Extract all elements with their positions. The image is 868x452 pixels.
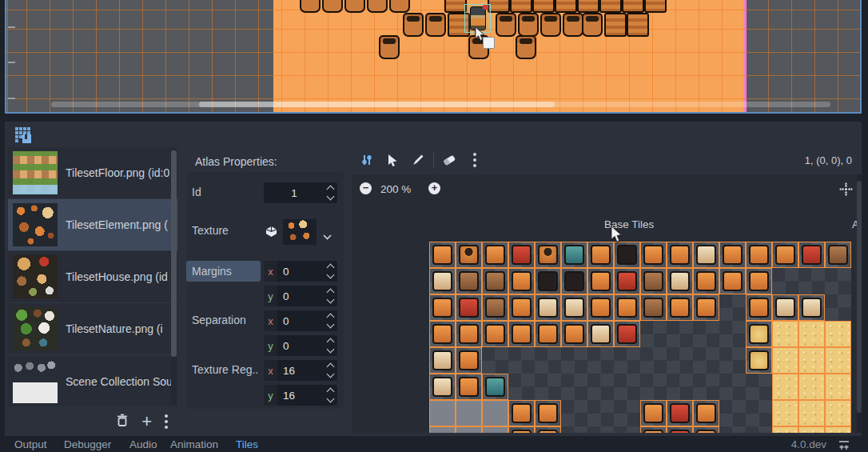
pan-tool-icon[interactable]: [839, 182, 853, 199]
scrollbar-thumb[interactable]: [171, 150, 177, 357]
atlas-tile[interactable]: [798, 294, 825, 321]
scrollbar-thumb[interactable]: [857, 181, 862, 413]
margins-x-field[interactable]: x 0: [264, 261, 337, 282]
spinner-icon[interactable]: [328, 364, 333, 377]
atlas-tile[interactable]: [772, 242, 798, 268]
atlas-tile[interactable]: [614, 321, 640, 347]
atlas-tile[interactable]: [508, 268, 535, 294]
select-tool-button[interactable]: [382, 150, 403, 170]
spinner-icon[interactable]: [328, 186, 333, 199]
atlas-tile[interactable]: [772, 321, 798, 347]
spinner-icon[interactable]: [328, 314, 333, 327]
atlas-tile[interactable]: [798, 347, 825, 374]
atlas-tile[interactable]: [482, 294, 508, 321]
atlas-tile[interactable]: [535, 268, 561, 294]
atlas-tile[interactable]: [798, 242, 825, 268]
separation-y-field[interactable]: y 0: [264, 335, 337, 356]
atlas-tile[interactable]: [693, 268, 719, 294]
scene-viewport[interactable]: [5, 0, 862, 114]
atlas-tile[interactable]: [456, 242, 482, 268]
atlas-tile[interactable]: [456, 400, 482, 426]
atlas-tile[interactable]: [772, 347, 798, 374]
texture-thumbnail[interactable]: [283, 219, 317, 245]
atlas-tile[interactable]: [798, 426, 825, 433]
atlas-tile[interactable]: [614, 294, 640, 321]
atlas-tile[interactable]: [746, 268, 772, 294]
atlas-tile[interactable]: [482, 426, 508, 433]
toolbar-menu-button[interactable]: [464, 150, 485, 170]
margins-y-field[interactable]: y 0: [264, 286, 337, 306]
separation-x-field[interactable]: x 0: [264, 310, 337, 331]
source-list-scrollbar[interactable]: [171, 149, 177, 405]
atlas-tile[interactable]: [640, 294, 667, 321]
tab-tiles[interactable]: Tiles: [236, 438, 258, 450]
atlas-tile[interactable]: [825, 347, 851, 374]
atlas-tile[interactable]: [798, 374, 825, 400]
atlas-tile[interactable]: [825, 374, 851, 400]
atlas-tile[interactable]: [535, 294, 561, 321]
atlas-tile[interactable]: [719, 268, 746, 294]
atlas-tile[interactable]: [429, 347, 456, 374]
atlas-tile[interactable]: [429, 268, 456, 294]
atlas-tile[interactable]: [429, 294, 456, 321]
atlas-tile[interactable]: [561, 268, 587, 294]
spinner-icon[interactable]: [328, 389, 333, 402]
atlas-tile[interactable]: [693, 426, 719, 433]
atlas-tile[interactable]: [535, 242, 561, 268]
atlas-tile[interactable]: [482, 400, 508, 426]
list-item-selected[interactable]: TilesetElement.png (: [8, 198, 177, 250]
atlas-tile[interactable]: [746, 347, 772, 374]
tab-animation[interactable]: Animation: [170, 438, 218, 450]
atlas-tile[interactable]: [667, 400, 693, 426]
atlas-tile[interactable]: [561, 294, 587, 321]
atlas-tile[interactable]: [535, 400, 561, 426]
atlas-tile[interactable]: [429, 374, 456, 400]
viewport-horizontal-scrollbar[interactable]: [51, 102, 830, 107]
atlas-tile[interactable]: [640, 242, 667, 268]
atlas-tile[interactable]: [587, 294, 614, 321]
atlas-tile[interactable]: [772, 374, 798, 400]
scrollbar-thumb[interactable]: [199, 102, 555, 107]
atlas-tile[interactable]: [798, 400, 825, 426]
atlas-tile[interactable]: [535, 426, 561, 433]
chevron-down-icon[interactable]: [323, 229, 332, 243]
atlas-tile[interactable]: [693, 400, 719, 426]
atlas-tile[interactable]: [719, 242, 746, 268]
atlas-tile[interactable]: [482, 268, 508, 294]
atlas-tile[interactable]: [746, 321, 772, 347]
list-item[interactable]: TilesetFloor.png (id:0: [8, 147, 177, 198]
atlas-tile[interactable]: [825, 321, 851, 347]
atlas-tile[interactable]: [825, 400, 851, 426]
atlas-tile[interactable]: [640, 400, 667, 426]
tab-audio[interactable]: Audio: [129, 438, 157, 450]
atlas-tile[interactable]: [535, 321, 561, 347]
atlas-tile[interactable]: [456, 374, 482, 400]
atlas-tile[interactable]: [693, 242, 719, 268]
atlas-tile[interactable]: [667, 242, 693, 268]
atlas-tile[interactable]: [561, 321, 587, 347]
expand-panel-button[interactable]: [838, 439, 850, 452]
texture-region-y-field[interactable]: y 16: [264, 385, 337, 406]
atlas-tile[interactable]: [693, 294, 719, 321]
atlas-tile[interactable]: [640, 268, 667, 294]
atlas-vertical-scrollbar[interactable]: [857, 174, 862, 433]
atlas-tile[interactable]: [508, 400, 535, 426]
atlas-tile[interactable]: [587, 268, 614, 294]
atlas-tile[interactable]: [772, 294, 798, 321]
atlas-tile[interactable]: [798, 321, 825, 347]
atlas-canvas[interactable]: − 200 % + Base Tiles Al: [352, 174, 862, 433]
atlas-tile[interactable]: [508, 294, 535, 321]
atlas-tile[interactable]: [772, 400, 798, 426]
atlas-tile[interactable]: [825, 426, 851, 433]
atlas-tile[interactable]: [772, 426, 798, 433]
atlas-tile[interactable]: [429, 426, 456, 433]
tab-debugger[interactable]: Debugger: [64, 438, 111, 450]
atlas-tile[interactable]: [640, 426, 667, 433]
add-source-button[interactable]: +: [141, 414, 152, 430]
atlas-tile[interactable]: [429, 400, 456, 426]
id-value-field[interactable]: 1: [264, 182, 337, 203]
setup-tool-button[interactable]: [356, 150, 377, 170]
list-item[interactable]: TilesetHouse.png (id: [8, 250, 177, 302]
atlas-tile[interactable]: [746, 294, 772, 321]
atlas-tile[interactable]: [456, 426, 482, 433]
